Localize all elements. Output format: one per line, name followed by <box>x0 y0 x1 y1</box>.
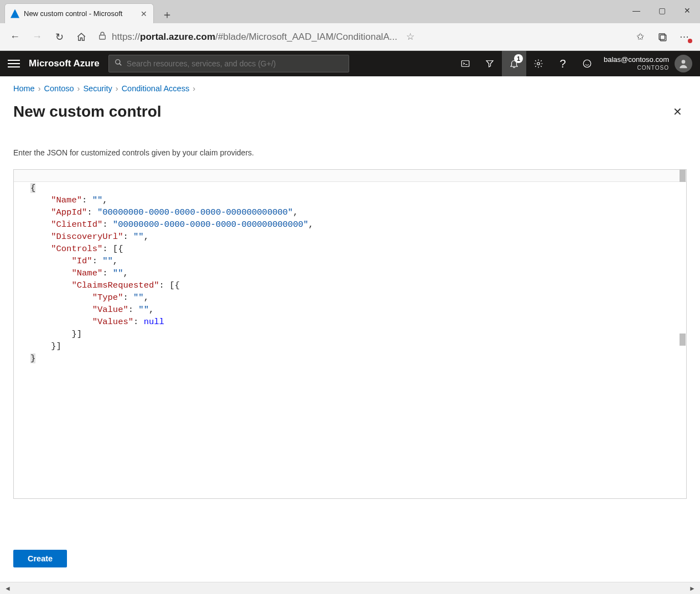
breadcrumb-link[interactable]: Conditional Access <box>122 84 190 93</box>
scroll-left-icon[interactable]: ◄ <box>2 585 13 592</box>
code-area[interactable]: { "Name": "", "AppId": "00000000-0000-00… <box>14 182 686 368</box>
settings-button[interactable] <box>526 51 551 76</box>
page-title: New custom control <box>13 103 162 121</box>
scrollbar-thumb[interactable] <box>680 170 686 182</box>
svg-rect-0 <box>100 35 106 40</box>
instruction-text: Enter the JSON for customized controls g… <box>13 148 687 157</box>
update-indicator-icon <box>688 39 692 43</box>
json-editor[interactable]: { "Name": "", "AppId": "00000000-0000-00… <box>13 169 687 499</box>
azure-favicon-icon <box>11 9 19 18</box>
new-tab-button[interactable]: ＋ <box>158 6 176 23</box>
chevron-right-icon: › <box>193 84 195 93</box>
account-directory: CONTOSO <box>604 64 669 72</box>
tab-close-icon[interactable]: ✕ <box>140 10 148 18</box>
notifications-button[interactable]: 1 <box>502 51 526 76</box>
svg-point-6 <box>537 62 540 65</box>
svg-point-7 <box>583 60 591 67</box>
window-close-button[interactable]: ✕ <box>675 0 700 21</box>
favorites-bar-icon[interactable]: ✩ <box>630 28 650 46</box>
account-info[interactable]: balas@contoso.com CONTOSO <box>604 55 669 72</box>
scrollbar-thumb[interactable] <box>680 334 686 346</box>
scroll-right-icon[interactable]: ► <box>687 585 698 592</box>
search-icon <box>115 59 122 69</box>
azure-header: Microsoft Azure 1 ? balas@contoso.com CO… <box>0 51 700 76</box>
feedback-button[interactable] <box>575 51 599 76</box>
browser-tab[interactable]: New custom control - Microsoft ✕ <box>4 3 154 23</box>
breadcrumb-link[interactable]: Contoso <box>44 84 74 93</box>
browser-chrome: New custom control - Microsoft ✕ ＋ — ▢ ✕… <box>0 0 700 51</box>
svg-point-3 <box>116 60 120 64</box>
portal-menu-button[interactable] <box>8 58 20 70</box>
horizontal-scrollbar[interactable]: ◄ ► <box>0 582 700 594</box>
help-button[interactable]: ? <box>551 51 575 76</box>
close-blade-button[interactable]: ✕ <box>668 103 687 121</box>
collections-icon[interactable] <box>652 28 672 46</box>
lock-icon <box>97 31 107 43</box>
more-menu-button[interactable]: ⋯ <box>675 28 694 46</box>
forward-button: → <box>28 28 46 46</box>
editor-toolbar <box>14 170 686 182</box>
tab-strip: New custom control - Microsoft ✕ ＋ — ▢ ✕ <box>0 0 700 23</box>
directory-filter-button[interactable] <box>478 51 502 76</box>
window-minimize-button[interactable]: — <box>624 0 649 21</box>
blade-content: Home›Contoso›Security›Conditional Access… <box>0 76 700 582</box>
browser-actions: ✩ ⋯ <box>630 28 694 46</box>
svg-line-4 <box>120 64 122 66</box>
brand-label[interactable]: Microsoft Azure <box>29 58 100 69</box>
account-email: balas@contoso.com <box>604 55 669 64</box>
chevron-right-icon: › <box>116 84 118 93</box>
breadcrumb-link[interactable]: Security <box>83 84 112 93</box>
create-button[interactable]: Create <box>13 550 67 567</box>
notification-badge: 1 <box>514 54 523 63</box>
browser-toolbar: ← → ↻ https://portal.azure.com/#blade/Mi… <box>0 23 700 51</box>
breadcrumb-link[interactable]: Home <box>13 84 35 93</box>
avatar[interactable] <box>675 55 692 72</box>
address-bar[interactable]: https://portal.azure.com/#blade/Microsof… <box>94 31 627 43</box>
cloud-shell-button[interactable] <box>453 51 478 76</box>
global-search[interactable] <box>108 55 349 72</box>
refresh-button[interactable]: ↻ <box>50 28 69 46</box>
tab-title: New custom control - Microsoft <box>24 9 136 18</box>
home-button[interactable] <box>72 28 91 46</box>
svg-point-8 <box>682 60 686 64</box>
url-text: https://portal.azure.com/#blade/Microsof… <box>112 32 397 43</box>
svg-rect-5 <box>462 61 469 67</box>
window-maximize-button[interactable]: ▢ <box>649 0 675 21</box>
favorite-star-icon[interactable]: ☆ <box>402 31 419 43</box>
back-button[interactable]: ← <box>6 28 24 46</box>
window-controls: — ▢ ✕ <box>624 0 700 23</box>
svg-rect-2 <box>660 35 666 41</box>
chevron-right-icon: › <box>77 84 80 93</box>
chevron-right-icon: › <box>38 84 41 93</box>
global-search-input[interactable] <box>127 59 343 68</box>
header-icon-group: 1 ? balas@contoso.com CONTOSO <box>453 51 692 76</box>
breadcrumb: Home›Contoso›Security›Conditional Access… <box>13 84 687 93</box>
